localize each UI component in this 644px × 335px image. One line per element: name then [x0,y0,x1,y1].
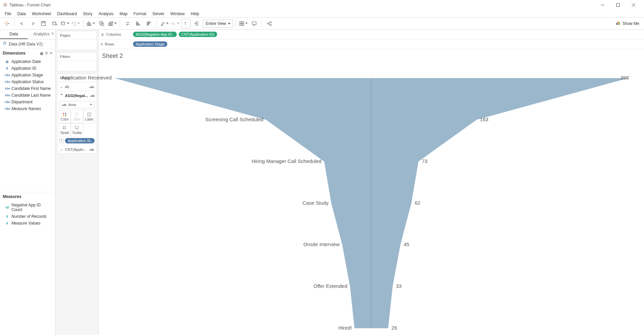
redo-button[interactable] [28,19,37,28]
marks-cnt-row[interactable]: ⌄ CNT(Applic... [57,145,97,154]
fix-axes-button[interactable] [192,19,201,28]
marks-all-label: All [65,85,69,89]
tab-data[interactable]: Data [0,30,28,39]
field-department[interactable]: AbcDepartment [0,99,55,105]
window-close-button[interactable] [626,0,641,10]
field-label: Measure Names [11,106,41,111]
panel-options-icon[interactable]: ⇅ [51,32,54,35]
chevron-down-icon: ⌄ [60,85,63,89]
svg-rect-68 [65,128,66,129]
menu-map[interactable]: Map [117,10,130,17]
svg-rect-55 [617,22,618,25]
measures-label: Measures [3,194,21,199]
marks-color-button[interactable]: Color [59,110,71,123]
menu-dashboard[interactable]: Dashboard [55,10,80,17]
marks-size-button[interactable]: Size [71,110,83,123]
data-source[interactable]: Data (HR Data V2) [0,39,55,48]
show-hide-cards-button[interactable] [239,19,248,28]
svg-point-49 [267,23,269,24]
worksheet-area: ⫼Columns AGG(Negative App ID.. CNT(Appli… [99,30,644,335]
show-mark-labels-button[interactable]: T [181,19,191,28]
window-maximize-button[interactable] [610,0,626,10]
show-me-button[interactable]: Show Me [613,19,642,28]
tableau-start-icon[interactable] [2,19,11,28]
undo-button[interactable] [17,19,27,28]
field-negative-app-id-count[interactable]: =#Negative App ID Count [0,202,55,213]
marks-detail-button[interactable]: Detail [59,123,71,137]
new-worksheet-button[interactable] [86,19,96,28]
pause-auto-updates-button[interactable] [60,19,70,28]
dimensions-menu-icon[interactable] [50,53,53,54]
new-data-source-button[interactable] [49,19,59,28]
funnel-stage-label: Hiring Manager Call Scheduled [251,158,321,164]
text-icon: T [59,138,64,143]
field-application-date[interactable]: ⊞Application Date [0,58,55,65]
field-number-of-records[interactable]: #Number of Records [0,213,55,220]
menu-format[interactable]: Format [131,10,149,17]
svg-rect-67 [63,128,64,129]
view-data-icon[interactable]: ▦ [40,52,43,55]
save-button[interactable] [39,19,48,28]
run-update-button[interactable] [71,19,80,28]
fit-selector[interactable]: Entire View [203,20,233,28]
filters-shelf[interactable]: Filters [57,52,97,71]
mark-type-select[interactable]: Area [59,101,95,108]
svg-rect-22 [87,23,88,26]
field-measure-values[interactable]: #Measure Values [0,220,55,227]
svg-rect-45 [242,24,244,26]
column-pill-cnt[interactable]: CNT(Application ID) [179,32,217,37]
menu-story[interactable]: Story [80,10,95,17]
share-button[interactable] [265,19,274,28]
field-candidate-last-name[interactable]: AbcCandidate Last Name [0,92,55,99]
columns-shelf[interactable]: ⫼Columns AGG(Negative App ID.. CNT(Appli… [99,30,644,39]
menu-file[interactable]: File [2,10,14,17]
field-application-stage[interactable]: AbcApplication Stage [0,72,55,78]
swap-button[interactable] [123,19,132,28]
dimensions-label: Dimensions [3,51,26,56]
field-label: Application ID [11,66,36,71]
data-panel: Data Analytics ⇅ Data (HR Data V2) Dimen… [0,30,56,335]
menu-bar: File Data Worksheet Dashboard Story Anal… [0,10,644,18]
menu-worksheet[interactable]: Worksheet [29,10,54,17]
menu-server[interactable]: Server [150,10,167,17]
svg-point-58 [63,113,64,114]
svg-point-62 [75,113,78,116]
viz-area[interactable]: Application Receieved398Screening Call S… [104,65,639,335]
field-label: Candidate Last Name [11,93,50,98]
funnel-stage-label: Case Study [303,200,329,206]
sheet-title[interactable]: Sheet 2 [99,49,644,60]
svg-rect-17 [42,22,44,23]
presentation-mode-button[interactable] [249,19,259,28]
column-pill-agg[interactable]: AGG(Negative App ID.. [133,32,177,37]
pages-shelf[interactable]: Pages [57,31,97,50]
rows-shelf[interactable]: ≡Rows Application Stage [99,39,644,49]
field-application-id[interactable]: #Application ID [0,65,55,72]
marks-agg-row[interactable]: ⌃ AGG(Negat... [57,91,97,100]
menu-analysis[interactable]: Analysis [96,10,116,17]
field-candidate-first-name[interactable]: AbcCandidate First Name [0,85,55,92]
measures-list: =#Negative App ID Count#Number of Record… [0,201,55,227]
search-icon[interactable]: ⚲ [45,51,48,56]
marks-label-button[interactable]: TLabel [83,110,95,123]
svg-line-7 [6,3,7,4]
row-pill-stage[interactable]: Application Stage [133,41,167,47]
field-label: Application Date [11,59,41,64]
window-minimize-button[interactable] [595,0,610,10]
svg-rect-54 [616,23,617,25]
marks-agg-label: AGG(Negat... [65,94,88,98]
clear-button[interactable] [108,19,117,28]
field-application-status[interactable]: AbcApplication Status [0,78,55,85]
highlight-button[interactable] [160,19,169,28]
sort-asc-button[interactable] [134,19,143,28]
field-measure-names[interactable]: AbcMeasure Names [0,105,55,112]
menu-help[interactable]: Help [188,10,202,17]
duplicate-button[interactable] [97,19,106,28]
sort-desc-button[interactable] [144,19,154,28]
group-button[interactable] [170,19,180,28]
menu-window[interactable]: Window [168,10,188,17]
dimensions-header: Dimensions ▦ ⚲ [0,48,55,58]
menu-data[interactable]: Data [14,10,28,17]
marks-all-row[interactable]: ⌄ All [57,82,97,91]
marks-tooltip-button[interactable]: Tooltip [71,123,83,137]
label-pill[interactable]: Application St... [65,138,95,143]
